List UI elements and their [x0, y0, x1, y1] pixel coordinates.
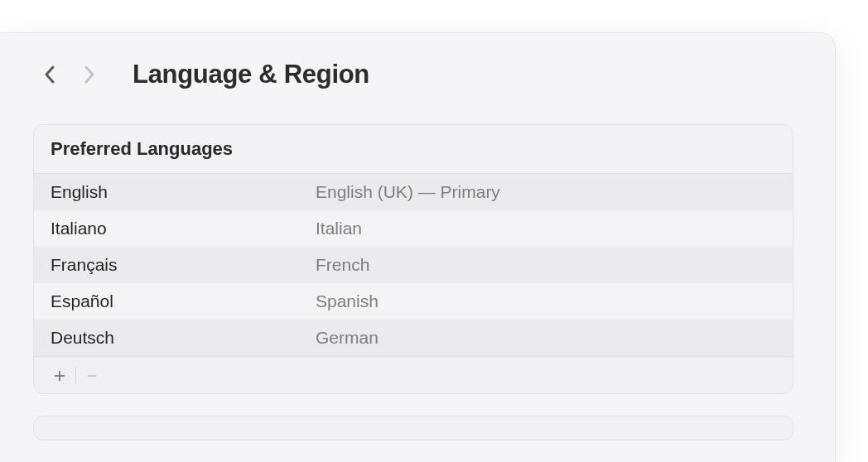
language-row[interactable]: Español Spanish	[34, 283, 793, 320]
language-native-name: English	[51, 182, 316, 202]
header-bar: Language & Region	[33, 58, 793, 91]
language-native-name: Español	[51, 291, 316, 311]
minus-icon: －	[82, 365, 102, 385]
next-section-panel	[33, 416, 793, 440]
language-row[interactable]: English English (UK) — Primary	[34, 174, 793, 210]
language-native-name: Deutsch	[51, 328, 316, 348]
add-language-button[interactable]: ＋	[46, 363, 74, 387]
remove-language-button[interactable]: －	[78, 363, 106, 387]
language-row[interactable]: Italiano Italian	[34, 210, 793, 247]
preferred-languages-panel: Preferred Languages English English (UK)…	[33, 124, 793, 394]
page-title: Language & Region	[133, 60, 369, 89]
language-native-name: Français	[51, 255, 316, 275]
chevron-right-icon	[83, 65, 96, 84]
preferred-languages-header: Preferred Languages	[34, 125, 793, 174]
language-description: German	[316, 328, 379, 348]
language-list-footer: ＋ －	[34, 356, 793, 393]
back-button[interactable]	[33, 58, 66, 91]
language-description: Italian	[316, 219, 362, 238]
footer-divider	[75, 366, 76, 384]
chevron-left-icon	[43, 65, 56, 84]
language-description: French	[316, 255, 369, 275]
forward-button[interactable]	[73, 58, 106, 91]
settings-window: Language & Region Preferred Languages En…	[0, 33, 835, 462]
language-description: English (UK) — Primary	[316, 182, 500, 202]
language-description: Spanish	[316, 291, 379, 311]
language-list: English English (UK) — Primary Italiano …	[34, 174, 793, 356]
language-row[interactable]: Français French	[34, 247, 793, 283]
language-row[interactable]: Deutsch German	[34, 320, 793, 356]
language-native-name: Italiano	[51, 219, 316, 238]
plus-icon: ＋	[50, 365, 70, 385]
